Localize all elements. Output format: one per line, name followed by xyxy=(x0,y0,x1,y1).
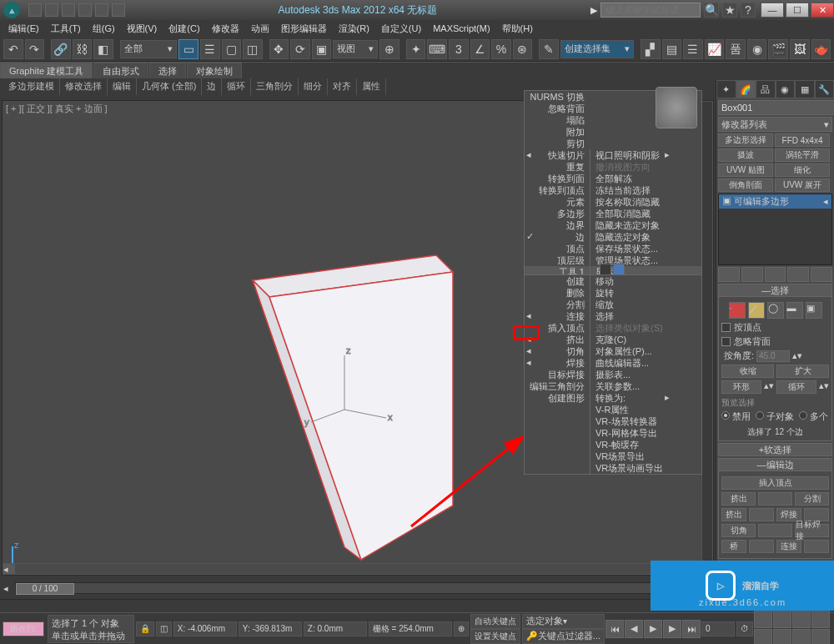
z-coord[interactable]: Z: 0.0mm xyxy=(304,621,367,636)
radio-subobj[interactable]: 子对象 xyxy=(756,410,794,423)
fov-icon[interactable] xyxy=(811,629,830,644)
preset-btn[interactable]: 细化 xyxy=(775,164,830,177)
settings-icon[interactable] xyxy=(749,508,774,521)
quad-item[interactable]: ◂连接 xyxy=(525,310,590,323)
preset-btn[interactable]: 多边形选择 xyxy=(718,133,773,147)
target-weld-button[interactable]: 目标焊接 xyxy=(795,524,829,537)
subobj-edge-icon[interactable]: ／ xyxy=(748,302,765,319)
qat-btn[interactable] xyxy=(112,3,125,17)
subobj-vertex-icon[interactable]: · xyxy=(729,302,746,319)
bridge-button[interactable]: 桥 xyxy=(721,540,746,553)
subtab-item[interactable]: 编辑 xyxy=(108,78,137,95)
maximize-viewport-icon[interactable] xyxy=(792,629,811,644)
quad-item[interactable]: 曲线编辑器... xyxy=(590,357,671,370)
lock-selection-icon[interactable]: 🔒 xyxy=(136,621,154,636)
menu-animation[interactable]: 动画 xyxy=(246,21,274,37)
qat-btn[interactable] xyxy=(78,3,92,17)
zoom-icon[interactable] xyxy=(754,610,772,628)
maximize-button[interactable]: ☐ xyxy=(786,3,809,18)
link-icon[interactable]: 🔗 xyxy=(51,39,71,59)
quad-item[interactable]: 隐藏选定对象 xyxy=(590,231,671,244)
align-icon[interactable]: ▤ xyxy=(662,39,682,59)
quad-item[interactable]: 对象属性(P)... xyxy=(590,345,671,358)
layers-icon[interactable]: ☰ xyxy=(683,39,703,59)
quad-item[interactable]: 剪切 xyxy=(525,138,590,150)
view-cube[interactable] xyxy=(656,87,706,137)
close-button[interactable]: ✕ xyxy=(811,3,834,18)
next-frame-icon[interactable]: ▶ xyxy=(663,620,681,638)
quad-item[interactable]: ◂焊接 xyxy=(525,357,590,370)
quad-item[interactable]: 附加 xyxy=(525,126,590,138)
shrink-button[interactable]: 收缩 xyxy=(721,365,774,378)
ribbon-tab-graphite[interactable]: Graphite 建模工具 xyxy=(0,63,93,78)
modifier-stack[interactable]: ▣ 可编辑多边形◂ xyxy=(718,194,832,265)
preset-btn[interactable]: 摄波 xyxy=(718,148,773,162)
spinner-snap-icon[interactable]: ⊛ xyxy=(513,39,533,59)
time-slider[interactable]: ◂ 0 / 100 ▸ xyxy=(0,577,716,599)
sel-key-dropdown[interactable]: 选定对象 ▾ xyxy=(522,614,605,629)
quad-item[interactable]: 保存场景状态... xyxy=(590,243,671,255)
quad-item[interactable]: 转换为:▸ xyxy=(590,392,671,405)
subtab-item[interactable]: 修改选择 xyxy=(60,78,108,95)
subtab-item[interactable]: 循环 xyxy=(222,78,251,95)
tab-create-icon[interactable]: ✦ xyxy=(716,80,736,98)
stack-btn[interactable] xyxy=(787,267,809,282)
quad-item[interactable]: 视口照明和阴影▸ xyxy=(590,149,671,162)
tab-motion-icon[interactable]: ◉ xyxy=(776,80,796,98)
quad-item[interactable]: NURMS 切换 xyxy=(525,91,590,103)
quad-item[interactable]: 摄影表... xyxy=(590,369,671,381)
snap-toggle-icon[interactable]: 3 xyxy=(449,39,469,59)
loop-button[interactable]: 循环 xyxy=(776,380,816,394)
settings-icon[interactable] xyxy=(804,540,829,553)
percent-snap-icon[interactable]: % xyxy=(491,39,511,59)
quad-item[interactable]: 删除 xyxy=(525,287,590,299)
edit-selection-set-icon[interactable]: ✎ xyxy=(539,39,559,59)
menu-views[interactable]: 视图(V) xyxy=(122,21,163,37)
select-object-icon[interactable]: ▭ xyxy=(178,39,198,59)
play-icon[interactable]: ▶ xyxy=(644,620,662,638)
qat-btn[interactable] xyxy=(62,3,75,17)
y-coord[interactable]: Y: -369.813m xyxy=(239,621,302,636)
quad-item[interactable]: ◂切角 xyxy=(525,345,590,358)
menu-create[interactable]: 创建(C) xyxy=(163,21,204,37)
subtab-item[interactable]: 对齐 xyxy=(328,78,357,95)
preset-btn[interactable]: UVW 展开 xyxy=(775,179,830,192)
preset-btn[interactable]: UVW 贴图 xyxy=(718,164,773,177)
maxscript-line-button[interactable]: 所在行: xyxy=(3,621,44,636)
ribbon-tab-freeform[interactable]: 自由形式 xyxy=(93,63,148,78)
modifier-list-dropdown[interactable]: 修改器列表▾ xyxy=(718,117,832,132)
ref-coord-dropdown[interactable]: 视图▾ xyxy=(333,40,378,58)
redo-icon[interactable]: ↷ xyxy=(25,39,45,59)
angle-snap-icon[interactable]: ∠ xyxy=(470,39,490,59)
subtab-item[interactable]: 属性 xyxy=(357,78,386,95)
radio-off[interactable]: 禁用 xyxy=(721,410,751,423)
quad-item[interactable]: 边界 xyxy=(525,219,590,232)
goto-start-icon[interactable]: ⏮ xyxy=(605,620,624,638)
rollout-selection-header[interactable]: — 选择 xyxy=(718,284,832,297)
quad-item[interactable]: 旋转 xyxy=(590,287,671,299)
curve-editor-icon[interactable]: 📈 xyxy=(705,39,725,59)
subobj-border-icon[interactable]: ◯ xyxy=(767,302,784,319)
named-selection-dropdown[interactable]: 创建选择集▾ xyxy=(560,40,634,58)
radio-multi[interactable]: 多个 xyxy=(799,410,828,423)
quad-item[interactable]: VR场景导出 xyxy=(590,450,671,463)
settings-icon[interactable] xyxy=(749,540,774,553)
schematic-icon[interactable]: 품 xyxy=(726,39,746,59)
quad-item[interactable]: 缩放 xyxy=(590,299,671,311)
viewport-label[interactable]: [ + ][ 正交 ][ 真实 + 边面 ] xyxy=(6,103,108,115)
quad-item[interactable]: 选择 xyxy=(590,310,671,323)
tab-modify-icon[interactable]: 🌈 xyxy=(736,80,756,98)
subobj-polygon-icon[interactable]: ▬ xyxy=(786,302,803,319)
zoom-all-icon[interactable] xyxy=(773,610,791,628)
quad-item[interactable]: 创建图形 xyxy=(525,392,590,405)
menu-modifiers[interactable]: 修改器 xyxy=(207,21,244,37)
menu-tools[interactable]: 工具(T) xyxy=(46,21,86,37)
menu-customize[interactable]: 自定义(U) xyxy=(376,21,426,37)
remove-button[interactable]: 挤出 xyxy=(721,492,756,506)
quad-item[interactable]: VR-网格体导出 xyxy=(590,427,671,440)
object-name-input[interactable] xyxy=(718,100,834,115)
tab-hierarchy-icon[interactable]: 品 xyxy=(756,80,776,98)
stack-btn[interactable] xyxy=(811,267,832,282)
subtab-item[interactable]: 几何体 (全部) xyxy=(137,78,202,95)
quad-item[interactable]: 创建 xyxy=(525,275,590,288)
